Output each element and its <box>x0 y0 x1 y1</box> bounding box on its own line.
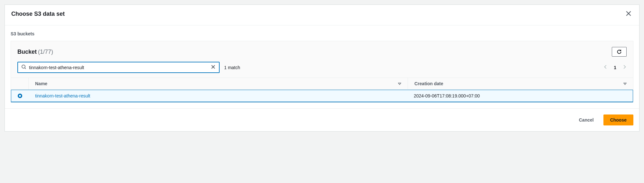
panel-header: Bucket (1/77) <box>11 47 633 57</box>
panel-count: (1/77) <box>38 49 53 55</box>
refresh-button[interactable] <box>612 47 627 57</box>
svg-line-3 <box>25 68 26 69</box>
table-header: Name Creation date <box>11 78 633 90</box>
sort-icon <box>623 81 627 86</box>
search-box <box>17 62 220 73</box>
svg-point-2 <box>22 65 25 68</box>
close-icon <box>626 11 631 16</box>
table-row[interactable]: tinnakorn-test-athena-result 2024-09-06T… <box>11 90 633 102</box>
bucket-table: Name Creation date <box>11 78 633 102</box>
modal-title: Choose S3 data set <box>11 11 65 17</box>
row-radio[interactable] <box>11 90 29 102</box>
column-date-label: Creation date <box>414 81 443 86</box>
sort-icon <box>398 81 401 86</box>
panel-title-group: Bucket (1/77) <box>17 49 53 55</box>
refresh-icon <box>617 49 622 54</box>
column-radio <box>11 78 28 89</box>
cancel-button[interactable]: Cancel <box>573 114 600 125</box>
bucket-link[interactable]: tinnakorn-test-athena-result <box>35 93 90 98</box>
clear-search-button[interactable] <box>211 64 216 70</box>
svg-marker-7 <box>624 83 626 85</box>
modal-body: S3 buckets Bucket (1/77) <box>5 25 639 108</box>
bucket-panel: Bucket (1/77) <box>11 41 633 103</box>
column-name[interactable]: Name <box>28 78 408 89</box>
choose-s3-modal: Choose S3 data set S3 buckets Bucket (1/… <box>5 5 639 132</box>
match-count: 1 match <box>224 65 240 70</box>
column-name-label: Name <box>35 81 47 86</box>
radio-selected-icon <box>18 94 22 98</box>
panel-title: Bucket <box>17 49 37 55</box>
modal-footer: Cancel Choose <box>5 108 639 131</box>
pagination: 1 <box>603 65 627 70</box>
row-name: tinnakorn-test-athena-result <box>29 90 407 102</box>
row-date: 2024-09-06T17:08:19.000+07:00 <box>407 90 633 102</box>
prev-page-button[interactable] <box>603 65 608 70</box>
breadcrumb: S3 buckets <box>11 31 633 36</box>
next-page-button[interactable] <box>622 65 627 70</box>
column-date[interactable]: Creation date <box>408 78 633 89</box>
choose-button[interactable]: Choose <box>603 114 633 125</box>
close-button[interactable] <box>624 9 633 19</box>
modal-header: Choose S3 data set <box>5 5 639 25</box>
search-icon <box>21 64 26 70</box>
search-row: 1 match 1 <box>11 62 633 73</box>
svg-marker-6 <box>398 83 401 85</box>
page-number: 1 <box>614 65 616 70</box>
search-input[interactable] <box>29 65 211 70</box>
